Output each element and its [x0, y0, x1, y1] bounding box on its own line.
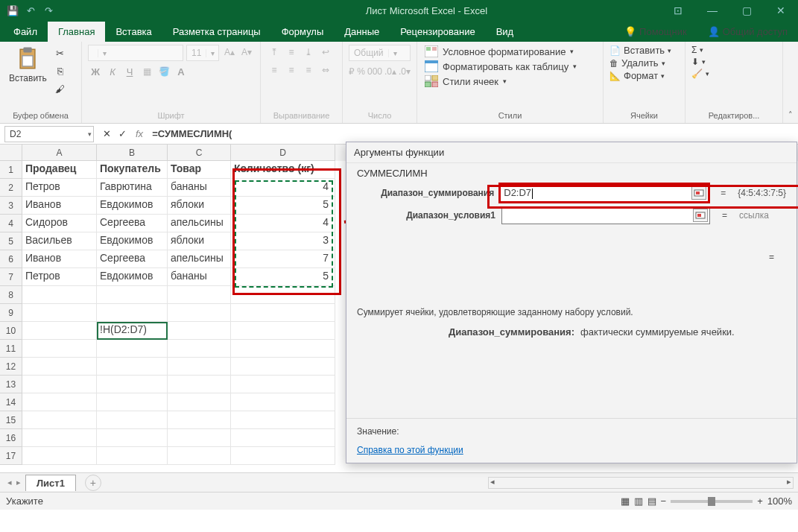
- cell[interactable]: [168, 447, 231, 465]
- cell[interactable]: 4: [231, 179, 335, 197]
- cell[interactable]: [168, 322, 231, 340]
- cell[interactable]: [97, 429, 168, 447]
- percent-icon[interactable]: %: [357, 64, 365, 79]
- dialog-help-link[interactable]: Справка по этой функции: [357, 445, 463, 455]
- cell[interactable]: [231, 340, 335, 358]
- row-header[interactable]: 10: [0, 322, 22, 340]
- row-header[interactable]: 15: [0, 411, 22, 429]
- cell[interactable]: Иванов: [22, 197, 97, 215]
- cell[interactable]: Петров: [22, 179, 97, 197]
- row-header[interactable]: 6: [0, 250, 22, 268]
- row-header[interactable]: 9: [0, 304, 22, 322]
- cell[interactable]: [97, 411, 168, 429]
- cell[interactable]: Количество (кг): [231, 161, 335, 179]
- italic-icon[interactable]: К: [105, 64, 120, 79]
- cell[interactable]: [168, 411, 231, 429]
- row-header[interactable]: 4: [0, 215, 22, 232]
- cell[interactable]: Иванов: [22, 250, 97, 268]
- copy-icon[interactable]: ⎘: [53, 63, 68, 79]
- cell[interactable]: [97, 376, 168, 393]
- cell[interactable]: 7: [231, 250, 335, 268]
- sheet-nav-next-icon[interactable]: ▸: [16, 478, 21, 487]
- tab-view[interactable]: Вид: [486, 22, 525, 42]
- cell[interactable]: [22, 411, 97, 429]
- cut-icon[interactable]: ✂: [53, 45, 68, 61]
- cell[interactable]: 4: [231, 215, 335, 232]
- tab-page-layout[interactable]: Разметка страницы: [162, 22, 271, 42]
- cell[interactable]: [168, 304, 231, 322]
- row-header[interactable]: 5: [0, 232, 22, 250]
- cell[interactable]: [22, 393, 97, 411]
- cell[interactable]: [231, 376, 335, 393]
- col-header-a[interactable]: A: [22, 145, 97, 161]
- collapse-ribbon-icon[interactable]: ˄: [788, 110, 793, 120]
- arg2-input[interactable]: [501, 206, 710, 224]
- dec-decimal-icon[interactable]: .0▾: [399, 64, 411, 79]
- cell[interactable]: 5: [231, 268, 335, 286]
- row-header[interactable]: 14: [0, 393, 22, 411]
- decrease-font-icon[interactable]: A▾: [239, 45, 254, 60]
- zoom-slider[interactable]: [671, 500, 753, 503]
- cell[interactable]: бананы: [168, 268, 231, 286]
- align-left-icon[interactable]: ≡: [267, 63, 282, 77]
- arg1-collapse-icon[interactable]: [691, 186, 706, 200]
- row-header[interactable]: 1: [0, 161, 22, 179]
- cell[interactable]: [22, 322, 97, 340]
- cell[interactable]: [231, 322, 335, 340]
- cell[interactable]: [22, 340, 97, 358]
- cell[interactable]: яблоки: [168, 197, 231, 215]
- paste-button[interactable]: Вставить: [6, 45, 50, 85]
- align-middle-icon[interactable]: ≡: [284, 45, 299, 60]
- cell[interactable]: [97, 358, 168, 376]
- cell[interactable]: [22, 358, 97, 376]
- cell[interactable]: !Н(D2:D7): [97, 322, 168, 340]
- tab-review[interactable]: Рецензирование: [390, 22, 485, 42]
- cell[interactable]: яблоки: [168, 232, 231, 250]
- cell[interactable]: [231, 393, 335, 411]
- cell[interactable]: 5: [231, 197, 335, 215]
- cell[interactable]: бананы: [168, 179, 231, 197]
- tab-formulas[interactable]: Формулы: [271, 22, 335, 42]
- cell[interactable]: [22, 447, 97, 465]
- cell[interactable]: Петров: [22, 268, 97, 286]
- number-format-combo[interactable]: Общий▾: [349, 45, 411, 61]
- cell[interactable]: 3: [231, 232, 335, 250]
- font-name-combo[interactable]: ▾: [88, 45, 183, 61]
- qat-save-icon[interactable]: 💾: [6, 5, 19, 16]
- add-sheet-button[interactable]: +: [85, 475, 101, 491]
- border-icon[interactable]: ▦: [139, 64, 154, 79]
- col-header-b[interactable]: B: [97, 145, 168, 161]
- view-break-icon[interactable]: ▤: [647, 495, 656, 507]
- cell[interactable]: [231, 429, 335, 447]
- cell[interactable]: Евдокимов: [97, 232, 168, 250]
- select-all-corner[interactable]: [0, 145, 22, 161]
- conditional-formatting-button[interactable]: Условное форматирование▾: [423, 45, 578, 58]
- tab-share[interactable]: 👤Общий доступ: [697, 22, 798, 42]
- merge-icon[interactable]: ⇔: [318, 63, 333, 77]
- qat-redo-icon[interactable]: ↷: [42, 5, 55, 16]
- cell[interactable]: Евдокимов: [97, 268, 168, 286]
- cell[interactable]: [231, 304, 335, 322]
- view-normal-icon[interactable]: ▦: [621, 495, 630, 507]
- function-arguments-dialog[interactable]: Аргументы функции СУММЕСЛИМН Диапазон_су…: [346, 142, 797, 463]
- cell[interactable]: [97, 393, 168, 411]
- align-top-icon[interactable]: ⤒: [267, 45, 282, 60]
- minimize-icon[interactable]: —: [695, 0, 729, 21]
- wrap-text-icon[interactable]: ↩: [318, 45, 333, 60]
- maximize-icon[interactable]: ▢: [729, 0, 764, 21]
- arg1-input[interactable]: D2:D7: [500, 184, 709, 202]
- cell[interactable]: [22, 376, 97, 393]
- formula-input[interactable]: =СУММЕСЛИМН(: [149, 128, 798, 139]
- font-size-combo[interactable]: 11▾: [186, 45, 219, 61]
- underline-icon[interactable]: Ч: [122, 64, 137, 79]
- zoom-in-icon[interactable]: +: [757, 495, 763, 507]
- cell[interactable]: [97, 340, 168, 358]
- col-header-d[interactable]: D: [231, 145, 335, 161]
- align-bottom-icon[interactable]: ⤓: [301, 45, 316, 60]
- row-header[interactable]: 12: [0, 358, 22, 376]
- delete-cells-button[interactable]: 🗑Удалить▾: [609, 57, 671, 69]
- bold-icon[interactable]: Ж: [88, 64, 103, 79]
- align-center-icon[interactable]: ≡: [284, 63, 299, 77]
- autosum-button[interactable]: Σ ▾: [691, 45, 709, 55]
- cell[interactable]: Сергеева: [97, 215, 168, 232]
